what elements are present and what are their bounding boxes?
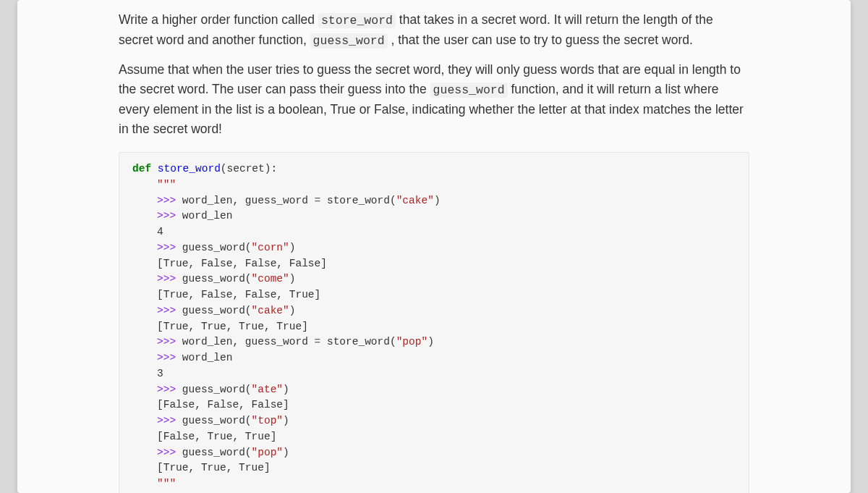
code-line: >>> word_len xyxy=(157,350,736,366)
code-token: >>> xyxy=(157,415,182,426)
code-token: >>> xyxy=(157,273,182,285)
paragraph-1: Write a higher order function called sto… xyxy=(119,10,749,50)
code-token: ) xyxy=(289,305,296,316)
code-token: guess_word( xyxy=(182,242,252,253)
code-token: guess_word( xyxy=(182,384,252,395)
code-token: "top" xyxy=(252,415,284,426)
code-token: ) xyxy=(434,195,441,206)
code-token: [True, True, True] xyxy=(157,462,271,473)
code-token: "pop" xyxy=(252,447,284,458)
code-token: >>> xyxy=(157,447,182,458)
code-token: = xyxy=(315,195,321,206)
code-token: ) xyxy=(427,336,434,347)
code-token: 3 xyxy=(157,368,163,379)
paragraph-2: Assume that when the user tries to guess… xyxy=(119,60,749,139)
code-token: """ xyxy=(157,478,176,489)
code-token: = xyxy=(315,336,321,347)
inline-code-token: guess_word xyxy=(310,33,388,49)
code-token: "corn" xyxy=(252,242,289,253)
code-token: >>> xyxy=(157,242,182,253)
code-line: """ xyxy=(157,476,736,492)
code-token: >>> xyxy=(157,305,182,316)
code-token: guess_word( xyxy=(182,415,252,426)
code-line: [True, True, True, True] xyxy=(157,319,736,335)
inline-code-token: store_word xyxy=(318,13,396,28)
code-line: >>> guess_word("cake") xyxy=(157,303,736,319)
code-line: def store_word(secret): xyxy=(132,161,736,177)
code-line: [True, False, False, False] xyxy=(157,256,736,272)
code-token: word_len, guess_word xyxy=(182,195,315,206)
code-token: "cake" xyxy=(396,195,434,206)
problem-statement: Write a higher order function called sto… xyxy=(119,10,749,139)
code-token: [False, False, False] xyxy=(157,399,289,410)
code-token: guess_word( xyxy=(182,305,252,316)
code-token: ) xyxy=(289,242,296,253)
code-line: >>> word_len, guess_word = store_word("c… xyxy=(157,193,736,209)
code-token: [False, True, True] xyxy=(157,431,276,442)
code-line: [True, False, False, True] xyxy=(157,287,736,303)
code-token: >>> xyxy=(157,195,182,206)
code-token: ) xyxy=(289,273,296,285)
code-block: def store_word(secret):""">>> word_len, … xyxy=(119,152,749,493)
code-token: ) xyxy=(283,447,289,458)
code-line: [True, True, True] xyxy=(157,460,736,476)
code-token: """ xyxy=(157,179,176,190)
code-token: "ate" xyxy=(252,384,284,395)
code-line: >>> word_len, guess_word = store_word("p… xyxy=(157,334,736,350)
code-token xyxy=(151,163,158,174)
code-token: [True, False, False, True] xyxy=(157,289,320,300)
code-line: [False, True, True] xyxy=(157,429,736,445)
prose-text: Write a higher order function called xyxy=(119,12,318,27)
code-token: [True, True, True, True] xyxy=(157,321,308,332)
inline-code-token: guess_word xyxy=(430,83,508,98)
code-line: >>> guess_word("top") xyxy=(157,413,736,429)
code-token: "cake" xyxy=(252,305,289,316)
code-line: 3 xyxy=(157,366,736,382)
code-token: guess_word( xyxy=(182,273,252,285)
code-token: "come" xyxy=(252,273,289,285)
code-token: [True, False, False, False] xyxy=(157,258,327,269)
code-token: store_word( xyxy=(320,336,396,347)
code-token: guess_word( xyxy=(182,447,252,458)
code-token: >>> xyxy=(157,336,182,347)
code-token: 4 xyxy=(157,226,163,237)
code-line: >>> guess_word("corn") xyxy=(157,240,736,256)
code-token: def xyxy=(132,163,151,174)
code-line: """ xyxy=(157,177,736,193)
code-token: word_len xyxy=(182,352,233,363)
code-line: 4 xyxy=(157,224,736,240)
code-line: >>> guess_word("ate") xyxy=(157,382,736,398)
code-token: store_word xyxy=(158,163,221,174)
code-token: (secret): xyxy=(221,163,277,174)
code-line: [False, False, False] xyxy=(157,397,736,413)
page-container: Write a higher order function called sto… xyxy=(17,0,851,493)
code-line: >>> guess_word("come") xyxy=(157,271,736,287)
code-line: >>> guess_word("pop") xyxy=(157,445,736,461)
code-token: ) xyxy=(283,415,289,426)
prose-text: , that the user can use to try to guess … xyxy=(388,33,693,47)
code-line: >>> word_len xyxy=(157,208,736,224)
code-token: word_len, guess_word xyxy=(182,336,315,347)
code-token: >>> xyxy=(157,210,182,222)
code-token: store_word( xyxy=(320,195,396,206)
code-token: >>> xyxy=(157,352,182,363)
code-token: word_len xyxy=(182,210,233,222)
code-token: ) xyxy=(283,384,289,395)
code-token: >>> xyxy=(157,384,182,395)
code-token: "pop" xyxy=(396,336,428,347)
